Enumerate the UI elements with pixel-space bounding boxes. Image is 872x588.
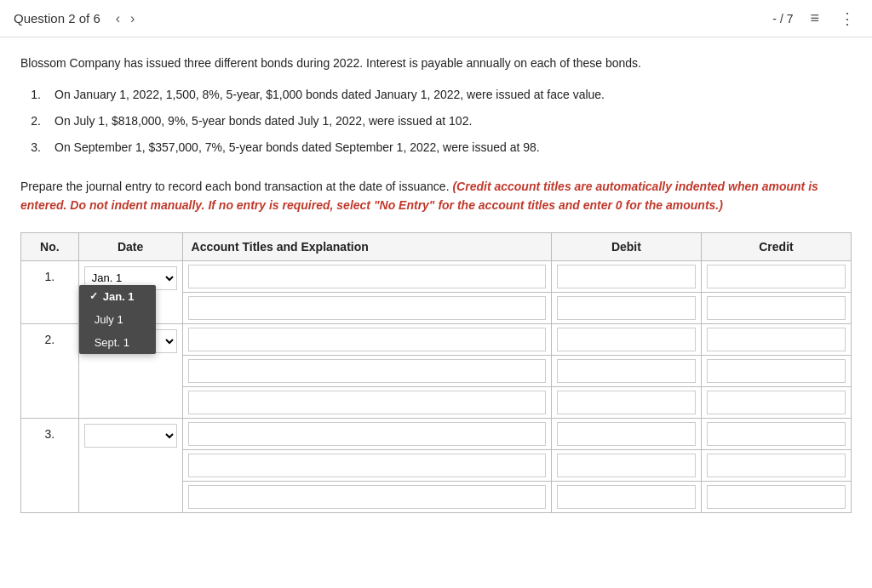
list-icon-button[interactable]: ≡ <box>806 8 823 29</box>
header: Question 2 of 6 ‹ › - / 7 ≡ ⋮ <box>0 0 872 37</box>
debit-input-2-3[interactable] <box>557 391 696 414</box>
credit-input-3-3[interactable] <box>707 485 846 509</box>
date-cell-3[interactable]: Jan. 1 July 1 Sept. 1 <box>78 418 182 512</box>
credit-cell-1-2[interactable] <box>701 292 851 323</box>
col-credit: Credit <box>701 232 851 260</box>
credit-cell-3-3[interactable] <box>701 481 851 512</box>
row-no-3: 3. <box>21 418 79 512</box>
acct-cell-2-2[interactable] <box>182 355 551 386</box>
acct-cell-3-3[interactable] <box>182 481 551 512</box>
list-text: On September 1, $357,000, 7%, 5-year bon… <box>54 139 540 157</box>
table-row: 3. Jan. 1 July 1 Sept. 1 <box>21 418 852 449</box>
row-no-1: 1. <box>21 260 79 323</box>
instruction: Prepare the journal entry to record each… <box>20 177 852 215</box>
credit-cell-2-2[interactable] <box>701 355 851 386</box>
dd-item-sep1[interactable]: Sept. 1 <box>79 331 156 354</box>
list-num: 1. <box>20 86 41 104</box>
instruction-prefix: Prepare the journal entry to record each… <box>20 180 450 193</box>
list-item: 1. On January 1, 2022, 1,500, 8%, 5-year… <box>20 86 852 104</box>
col-date: Date <box>78 232 182 260</box>
date-dropdown-open[interactable]: ✓ Jan. 1 July 1 Sept. 1 <box>79 285 156 354</box>
debit-cell-1-2[interactable] <box>551 292 701 323</box>
credit-cell-3-2[interactable] <box>701 449 851 481</box>
journal-table: No. Date Account Titles and Explanation … <box>20 232 852 513</box>
dd-label: Sept. 1 <box>95 336 129 349</box>
credit-input-2-2[interactable] <box>707 359 846 383</box>
acct-input-3-1[interactable] <box>188 422 546 446</box>
acct-input-2-1[interactable] <box>188 328 546 351</box>
debit-cell-3-2[interactable] <box>551 449 701 481</box>
debit-input-3-3[interactable] <box>557 485 696 509</box>
credit-cell-1-1[interactable] <box>701 260 851 292</box>
list-text: On July 1, $818,000, 9%, 5-year bonds da… <box>54 112 472 130</box>
debit-input-2-1[interactable] <box>557 328 696 351</box>
list-item: 2. On July 1, $818,000, 9%, 5-year bonds… <box>20 112 852 130</box>
table-row: 1. Jan. 1 July 1 Sept. 1 ✓ Jan. 1 <box>21 260 852 292</box>
acct-input-3-2[interactable] <box>188 454 546 477</box>
credit-input-1-2[interactable] <box>707 296 846 320</box>
debit-cell-3-1[interactable] <box>551 418 701 449</box>
checkmark-icon: ✓ <box>89 290 98 302</box>
debit-input-1-1[interactable] <box>557 265 696 288</box>
debit-input-1-2[interactable] <box>557 296 696 320</box>
acct-cell-2-1[interactable] <box>182 323 551 355</box>
acct-input-2-2[interactable] <box>188 359 546 383</box>
list-text: On January 1, 2022, 1,500, 8%, 5-year, $… <box>54 86 605 104</box>
debit-cell-2-2[interactable] <box>551 355 701 386</box>
dd-label: Jan. 1 <box>103 290 135 303</box>
credit-cell-2-3[interactable] <box>701 386 851 418</box>
acct-input-1-2[interactable] <box>188 296 546 320</box>
col-account: Account Titles and Explanation <box>182 232 551 260</box>
next-button[interactable]: › <box>125 8 140 30</box>
list-item: 3. On September 1, $357,000, 7%, 5-year … <box>20 139 852 157</box>
acct-cell-3-1[interactable] <box>182 418 551 449</box>
debit-input-2-2[interactable] <box>557 359 696 383</box>
more-icon-button[interactable]: ⋮ <box>836 8 858 30</box>
list-num: 2. <box>20 112 41 130</box>
credit-input-1-1[interactable] <box>707 265 846 288</box>
acct-cell-2-3[interactable] <box>182 386 551 418</box>
credit-cell-2-1[interactable] <box>701 323 851 355</box>
debit-cell-1-1[interactable] <box>551 260 701 292</box>
debit-cell-2-3[interactable] <box>551 386 701 418</box>
date-select-3[interactable]: Jan. 1 July 1 Sept. 1 <box>84 424 177 448</box>
debit-input-3-2[interactable] <box>557 454 696 477</box>
credit-cell-3-1[interactable] <box>701 418 851 449</box>
acct-cell-1-1[interactable] <box>182 260 551 292</box>
question-title: Question 2 of 6 <box>14 11 100 26</box>
bond-list: 1. On January 1, 2022, 1,500, 8%, 5-year… <box>20 86 852 157</box>
debit-cell-3-3[interactable] <box>551 481 701 512</box>
dd-item-jul1[interactable]: July 1 <box>79 308 156 331</box>
debit-input-3-1[interactable] <box>557 422 696 446</box>
dd-label: July 1 <box>95 313 123 326</box>
date-cell-1[interactable]: Jan. 1 July 1 Sept. 1 ✓ Jan. 1 July 1 <box>78 260 182 323</box>
credit-input-2-1[interactable] <box>707 328 846 351</box>
acct-input-3-3[interactable] <box>188 485 546 509</box>
col-no: No. <box>21 232 79 260</box>
col-debit: Debit <box>551 232 701 260</box>
list-num: 3. <box>20 139 41 157</box>
credit-input-2-3[interactable] <box>707 391 846 414</box>
acct-input-1-1[interactable] <box>188 265 546 288</box>
prev-button[interactable]: ‹ <box>111 8 125 30</box>
header-right: - / 7 ≡ ⋮ <box>772 8 858 30</box>
content-area: Blossom Company has issued three differe… <box>0 37 872 547</box>
row-no-2: 2. <box>21 323 79 418</box>
credit-input-3-1[interactable] <box>707 422 846 446</box>
acct-input-2-3[interactable] <box>188 391 546 414</box>
credit-input-3-2[interactable] <box>707 454 846 477</box>
dd-item-jan1[interactable]: ✓ Jan. 1 <box>79 285 156 308</box>
score-label: - / 7 <box>772 12 793 26</box>
debit-cell-2-1[interactable] <box>551 323 701 355</box>
acct-cell-1-2[interactable] <box>182 292 551 323</box>
intro-text: Blossom Company has issued three differe… <box>20 54 852 72</box>
acct-cell-3-2[interactable] <box>182 449 551 481</box>
